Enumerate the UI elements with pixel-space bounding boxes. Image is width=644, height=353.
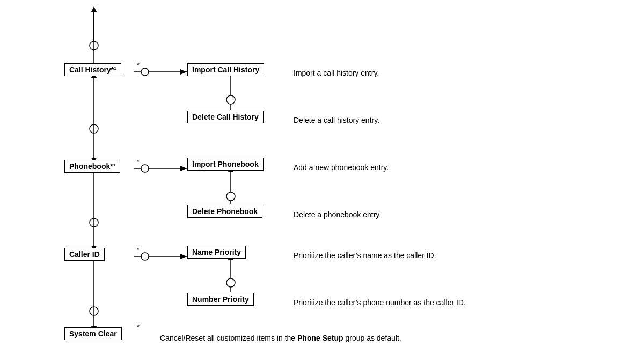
- svg-marker-12: [180, 69, 187, 75]
- svg-text:*: *: [137, 62, 140, 69]
- import-call-history-desc: Import a call history entry.: [294, 69, 379, 77]
- import-phonebook-node: Import Phonebook: [187, 158, 264, 171]
- svg-text:*: *: [137, 323, 140, 331]
- caller-id-node: Caller ID: [64, 248, 105, 261]
- svg-marker-6: [91, 6, 97, 12]
- system-clear-node: System Clear: [64, 327, 122, 340]
- name-priority-desc: Prioritize the caller’s name as the call…: [294, 251, 436, 260]
- system-clear-desc: Cancel/Reset all customized items in the…: [160, 334, 401, 342]
- svg-text:*: *: [137, 158, 140, 166]
- diagram-container: * * * *: [0, 0, 644, 353]
- svg-point-15: [226, 95, 235, 104]
- name-priority-node: Name Priority: [187, 246, 246, 259]
- svg-text:*: *: [137, 246, 140, 254]
- call-history-node: Call History*¹: [64, 63, 121, 76]
- svg-point-18: [141, 165, 149, 172]
- delete-call-history-desc: Delete a call history entry.: [294, 116, 379, 124]
- delete-phonebook-desc: Delete a phonebook entry.: [294, 210, 381, 219]
- svg-point-9: [141, 68, 149, 76]
- import-call-history-node: Import Call History: [187, 63, 264, 76]
- svg-point-33: [226, 278, 235, 287]
- delete-call-history-node: Delete Call History: [187, 111, 264, 123]
- svg-marker-30: [180, 254, 187, 259]
- delete-phonebook-node: Delete Phonebook: [187, 205, 262, 218]
- number-priority-desc: Prioritize the caller’s phone number as …: [294, 298, 466, 307]
- number-priority-node: Number Priority: [187, 293, 254, 306]
- svg-point-24: [226, 192, 235, 201]
- import-phonebook-desc: Add a new phonebook entry.: [294, 163, 389, 172]
- phonebook-node: Phonebook*¹: [64, 160, 120, 173]
- svg-point-27: [141, 253, 149, 260]
- svg-marker-21: [180, 166, 187, 171]
